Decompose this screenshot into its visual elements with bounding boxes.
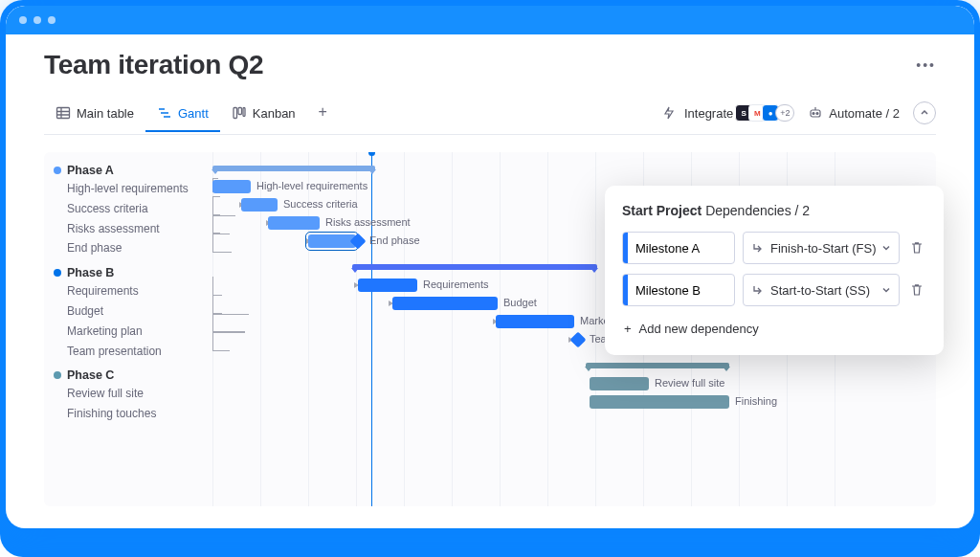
task-item[interactable]: High-level requirements — [54, 179, 203, 199]
svg-rect-8 — [238, 108, 242, 115]
panel-title: Start Project Dependencies / 2 — [622, 203, 926, 218]
dependency-row: Milestone A Finish-to-Start (FS) — [622, 232, 926, 264]
tab-kanban[interactable]: Kanban — [220, 100, 307, 132]
task-item[interactable]: Budget — [54, 301, 203, 322]
tab-main-table[interactable]: Main table — [44, 100, 145, 132]
task-item[interactable]: Finishing touches — [54, 404, 203, 424]
phase-dot-icon — [54, 167, 61, 174]
gantt-icon — [157, 105, 172, 121]
gantt-bar-label: End phase — [369, 234, 420, 246]
gantt-bar[interactable] — [358, 278, 417, 292]
phase-header-c[interactable]: Phase C — [54, 368, 203, 382]
traffic-light-dot — [33, 16, 41, 24]
window-titlebar — [6, 6, 974, 34]
delete-dependency-button[interactable] — [907, 280, 926, 300]
task-item[interactable]: End phase — [54, 238, 203, 258]
milestone-diamond-icon[interactable] — [570, 332, 587, 348]
integration-avatars: S M ● +2 — [739, 104, 794, 122]
color-bar-icon — [623, 233, 628, 263]
more-integrations-badge[interactable]: +2 — [775, 104, 794, 122]
dependencies-panel: Start Project Dependencies / 2 Milestone… — [605, 186, 944, 355]
integrate-button[interactable]: Integrate S M ● +2 — [663, 104, 794, 122]
integrate-icon — [663, 105, 679, 121]
tab-label: Main table — [77, 106, 134, 121]
svg-point-11 — [813, 113, 814, 115]
gantt-summary-bar[interactable] — [212, 166, 375, 171]
view-tabs: Main table Gantt Kanban + — [44, 98, 339, 134]
color-bar-icon — [623, 275, 628, 305]
gantt-bar-label: Budget — [503, 297, 537, 308]
svg-rect-0 — [57, 108, 70, 119]
svg-point-12 — [816, 113, 818, 115]
page-title: Team iteration Q2 — [44, 50, 263, 80]
task-item[interactable]: Risks assessment — [54, 219, 203, 239]
task-list-pane: Phase A High-level requirements Success … — [44, 152, 212, 506]
gantt-summary-bar[interactable] — [352, 264, 597, 270]
tab-label: Kanban — [253, 106, 296, 121]
task-item[interactable]: Requirements — [54, 281, 203, 301]
dependency-type-select[interactable]: Finish-to-Start (FS) — [743, 232, 900, 264]
gantt-bar-label: Finishing — [735, 395, 777, 407]
gantt-bar[interactable] — [268, 216, 320, 230]
gantt-bar-label: Risks assessment — [325, 216, 411, 228]
gantt-bar-label: Requirements — [423, 278, 488, 290]
dependency-type-icon — [751, 283, 765, 297]
phase-dot-icon — [54, 371, 61, 379]
kanban-icon — [232, 105, 247, 121]
dependency-row: Milestone B Start-to-Start (SS) — [622, 274, 926, 306]
plus-icon: + — [624, 322, 632, 336]
more-menu-button[interactable]: ••• — [916, 57, 936, 73]
gantt-summary-bar[interactable] — [586, 363, 729, 368]
chevron-down-icon — [881, 285, 891, 295]
gantt-bar[interactable] — [590, 377, 649, 390]
task-item[interactable]: Team presentation — [54, 342, 203, 362]
gantt-bar-label: Review full site — [655, 377, 724, 389]
phase-dot-icon — [54, 269, 61, 277]
gantt-bar[interactable] — [590, 395, 729, 409]
gantt-bar[interactable] — [496, 315, 574, 328]
gantt-bar[interactable] — [241, 198, 278, 212]
svg-rect-9 — [243, 108, 245, 117]
automate-button[interactable]: Automate / 2 — [808, 105, 900, 121]
phase-header-b[interactable]: Phase B — [54, 266, 203, 279]
tab-label: Gantt — [178, 106, 209, 121]
gantt-bar[interactable] — [212, 180, 251, 193]
table-icon — [56, 105, 71, 121]
task-item[interactable]: Success criteria — [54, 199, 203, 219]
integrate-label: Integrate — [684, 106, 733, 121]
phase-header-a[interactable]: Phase A — [54, 164, 203, 177]
traffic-light-dot — [19, 16, 27, 24]
gantt-bar[interactable] — [392, 297, 498, 310]
dependency-item-pill[interactable]: Milestone A — [622, 232, 735, 264]
tab-gantt[interactable]: Gantt — [145, 100, 220, 132]
robot-icon — [808, 105, 823, 121]
task-item[interactable]: Marketing plan — [54, 322, 203, 342]
delete-dependency-button[interactable] — [907, 238, 926, 257]
gantt-bar-selected[interactable] — [308, 234, 356, 248]
automate-label: Automate / 2 — [829, 106, 900, 121]
chevron-down-icon — [881, 243, 891, 253]
dependency-type-icon — [751, 241, 765, 255]
svg-rect-7 — [234, 108, 237, 119]
gantt-bar-label: High-level requirements — [256, 180, 368, 191]
gantt-bar-label: Success criteria — [283, 198, 358, 210]
collapse-toolbar-button[interactable] — [913, 101, 936, 124]
task-item[interactable]: Review full site — [54, 384, 203, 404]
add-view-button[interactable]: + — [307, 98, 339, 134]
traffic-light-dot — [48, 16, 56, 24]
add-dependency-button[interactable]: + Add new dependency — [622, 316, 926, 342]
dependency-type-select[interactable]: Start-to-Start (SS) — [743, 274, 900, 306]
dependency-item-pill[interactable]: Milestone B — [622, 274, 735, 306]
